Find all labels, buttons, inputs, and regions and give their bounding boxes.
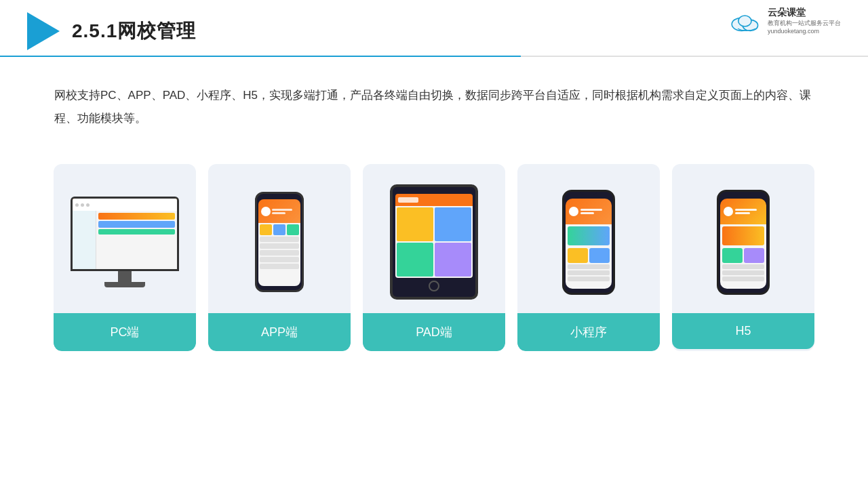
brand-slogan: 教育机构一站式服务云平台 — [768, 19, 841, 28]
mini-item-2 — [589, 248, 610, 263]
h5-item-2 — [744, 248, 764, 263]
h5-list-1 — [722, 264, 764, 269]
pad-image-area — [363, 164, 505, 313]
mini-banner — [568, 226, 610, 245]
monitor-content — [96, 211, 177, 269]
card-label-h5: H5 — [672, 313, 814, 349]
card-h5: H5 — [672, 164, 814, 351]
text-line-2 — [272, 212, 285, 214]
card-label-pc: PC端 — [54, 313, 196, 351]
mini-phone-notch — [580, 192, 597, 195]
cards-container: PC端 — [0, 144, 868, 351]
mini-text-2 — [580, 212, 594, 214]
tablet-screen — [395, 194, 473, 278]
mini-card-grid — [568, 248, 610, 263]
dot1 — [75, 203, 79, 207]
list-item-5 — [260, 264, 299, 269]
h5-phone-texts — [735, 209, 757, 214]
mini-list-3 — [568, 277, 610, 281]
monitor-sidebar — [73, 211, 96, 269]
description-text: 网校支持PC、APP、PAD、小程序、H5，实现多端打通，产品各终端自由切换，数… — [0, 50, 868, 144]
h5-phone-body — [720, 224, 766, 289]
tablet-topbar — [395, 194, 473, 206]
monitor-topbar — [73, 199, 177, 211]
phone-avatar — [261, 207, 271, 216]
text-line-1 — [272, 209, 292, 211]
phone-screen — [258, 199, 300, 286]
mini-phone-screen — [566, 199, 612, 289]
h5-phone-screen — [720, 199, 766, 289]
list-item-1 — [260, 237, 299, 242]
header: 2.5.1网校管理 云朵课堂 教育机构一站式服务云平台 yunduoketang… — [0, 0, 868, 50]
dot3 — [86, 203, 90, 207]
tablet-mockup — [390, 184, 478, 300]
mini-text-1 — [580, 209, 602, 211]
mini-card-3 — [287, 224, 299, 235]
mini-phone-avatar — [569, 207, 578, 216]
mini-phone-header — [566, 199, 612, 224]
content-row-3 — [98, 229, 175, 235]
svg-point-2 — [738, 16, 751, 26]
monitor-neck — [118, 271, 132, 282]
card-app: APP端 — [208, 164, 351, 351]
brand-text: 云朵课堂 教育机构一站式服务云平台 yunduoketang.com — [768, 7, 841, 35]
tablet-home-btn — [429, 281, 439, 291]
mini-program-mockup — [562, 190, 615, 295]
mini-item-1 — [568, 248, 588, 263]
list-item-3 — [260, 250, 299, 256]
h5-item-1 — [722, 248, 743, 263]
card-mini-program: 小程序 — [517, 164, 660, 351]
tablet-body — [395, 206, 473, 278]
phone-text-lines — [272, 209, 292, 214]
phone-card-row-1 — [260, 224, 299, 235]
tablet-cell-3 — [397, 243, 433, 277]
app-image-area — [208, 164, 351, 313]
tablet-cell-1 — [397, 207, 433, 241]
h5-phone-notch — [735, 192, 751, 195]
brand-url: yunduoketang.com — [768, 28, 819, 35]
h5-phone-avatar — [724, 207, 733, 216]
phone-screen-top — [258, 199, 300, 223]
tablet-cell-4 — [435, 243, 471, 277]
page-title: 2.5.1网校管理 — [72, 18, 196, 44]
h5-banner — [722, 226, 764, 245]
h5-list-2 — [722, 270, 764, 275]
card-label-mini-program: 小程序 — [517, 313, 660, 351]
tablet-cell-2 — [435, 207, 471, 241]
h5-list-3 — [722, 277, 764, 281]
phone-screen-body — [258, 223, 300, 286]
monitor-base — [104, 282, 145, 287]
content-row-2 — [98, 221, 175, 228]
monitor-screen — [73, 199, 177, 269]
tablet-topbar-text — [398, 197, 418, 203]
mini-phone-body — [566, 224, 612, 289]
h5-phone-header — [720, 199, 766, 224]
monitor-frame — [71, 197, 179, 271]
mini-card-1 — [260, 224, 272, 235]
h5-text-2 — [735, 212, 750, 214]
mini-phone-texts — [580, 209, 602, 214]
h5-card-grid — [722, 248, 764, 263]
brand-logo: 云朵课堂 教育机构一站式服务云平台 yunduoketang.com — [730, 7, 841, 35]
pc-image-area — [54, 164, 196, 313]
dot2 — [81, 203, 84, 207]
h5-mockup — [717, 190, 770, 295]
phone-notch — [272, 194, 287, 198]
logo-icon — [27, 12, 60, 50]
mini-list-1 — [568, 264, 610, 269]
card-label-app: APP端 — [208, 313, 351, 351]
header-divider — [0, 56, 868, 57]
app-phone-mockup — [255, 192, 304, 292]
brand-name: 云朵课堂 — [768, 7, 806, 19]
list-item-4 — [260, 257, 299, 262]
mini-list-2 — [568, 270, 610, 275]
mini-card-2 — [273, 224, 285, 235]
pc-mockup — [71, 197, 179, 287]
list-item-2 — [260, 243, 299, 249]
card-pad: PAD端 — [363, 164, 505, 351]
cloud-icon — [730, 9, 762, 33]
mini-program-image-area — [517, 164, 660, 313]
card-label-pad: PAD端 — [363, 313, 505, 351]
card-pc: PC端 — [54, 164, 196, 351]
h5-text-1 — [735, 209, 757, 211]
